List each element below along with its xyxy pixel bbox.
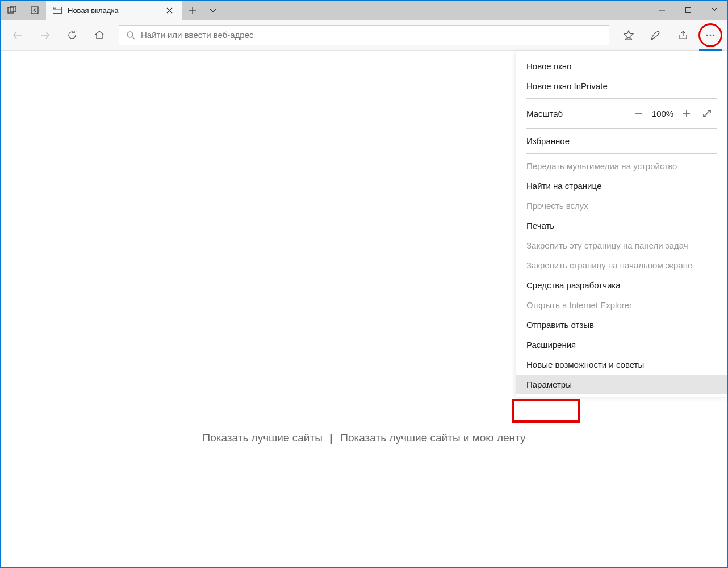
svg-rect-12: [686, 8, 691, 13]
menu-read-aloud: Прочесть вслух: [516, 196, 727, 216]
svg-line-18: [132, 37, 135, 39]
menu-extensions[interactable]: Расширения: [516, 335, 727, 355]
show-top-sites-and-feed-link[interactable]: Показать лучшие сайты и мою ленту: [340, 432, 525, 444]
svg-point-17: [127, 32, 133, 37]
zoom-value: 100%: [649, 109, 676, 119]
favorites-button[interactable]: [616, 23, 641, 48]
menu-whats-new[interactable]: Новые возможности и советы: [516, 355, 727, 375]
more-button[interactable]: [698, 23, 723, 48]
svg-point-6: [53, 8, 54, 9]
notes-button[interactable]: [643, 23, 668, 48]
tabs-menu-button[interactable]: [203, 1, 223, 20]
menu-pin-start: Закрепить страницу на начальном экране: [516, 255, 727, 275]
refresh-button[interactable]: [60, 23, 85, 48]
svg-point-25: [713, 34, 715, 36]
tab-page-icon: [53, 6, 62, 15]
maximize-button[interactable]: [675, 1, 701, 20]
show-tabs-aside-button[interactable]: [23, 1, 46, 20]
share-button[interactable]: [671, 23, 696, 48]
annotation-rectangle: [512, 399, 580, 423]
new-tab-options: Показать лучшие сайты | Показать лучшие …: [1, 432, 727, 444]
menu-divider: [526, 128, 717, 129]
close-window-button[interactable]: [701, 1, 727, 20]
titlebar-spacer: [223, 1, 649, 20]
menu-find[interactable]: Найти на странице: [516, 176, 727, 196]
menu-divider: [526, 153, 717, 154]
new-tab-button[interactable]: [182, 1, 203, 20]
tab-close-button[interactable]: [164, 7, 175, 14]
svg-line-29: [704, 110, 710, 117]
menu-settings[interactable]: Параметры: [516, 375, 727, 394]
settings-dropdown: Новое окно Новое окно InPrivate Масштаб …: [516, 51, 727, 397]
address-bar[interactable]: [119, 25, 609, 45]
titlebar: Новая вкладка: [1, 1, 727, 20]
svg-point-24: [710, 34, 712, 36]
window-controls: [649, 1, 727, 20]
menu-open-ie: Открыть в Internet Explorer: [516, 295, 727, 315]
address-input[interactable]: [141, 30, 602, 40]
page-content: Показать лучшие сайты | Показать лучшие …: [1, 51, 727, 568]
menu-favorites[interactable]: Избранное: [516, 131, 727, 151]
menu-print[interactable]: Печать: [516, 216, 727, 235]
menu-divider: [526, 98, 717, 99]
separator: |: [330, 432, 333, 444]
menu-zoom-row: Масштаб 100%: [516, 101, 727, 126]
browser-tab[interactable]: Новая вкладка: [46, 1, 182, 20]
home-button[interactable]: [87, 23, 112, 48]
zoom-in-button[interactable]: [676, 104, 697, 123]
toolbar: [1, 20, 727, 51]
menu-new-inprivate[interactable]: Новое окно InPrivate: [516, 76, 727, 96]
zoom-label: Масштаб: [526, 109, 629, 119]
tab-title: Новая вкладка: [68, 6, 158, 15]
zoom-out-button[interactable]: [629, 104, 649, 123]
show-top-sites-link[interactable]: Показать лучшие сайты: [203, 432, 323, 444]
menu-new-window[interactable]: Новое окно: [516, 56, 727, 76]
menu-pin-taskbar: Закрепить эту страницу на панели задач: [516, 235, 727, 255]
back-button[interactable]: [5, 23, 30, 48]
svg-rect-2: [31, 7, 38, 14]
titlebar-left: [1, 1, 46, 20]
svg-point-23: [706, 34, 708, 36]
menu-cast: Передать мультимедиа на устройство: [516, 156, 727, 176]
set-aside-tabs-button[interactable]: [1, 1, 23, 20]
forward-button[interactable]: [32, 23, 57, 48]
search-icon: [126, 31, 135, 40]
menu-feedback[interactable]: Отправить отзыв: [516, 315, 727, 335]
minimize-button[interactable]: [649, 1, 675, 20]
menu-devtools[interactable]: Средства разработчика: [516, 275, 727, 295]
svg-marker-19: [624, 31, 633, 39]
fullscreen-button[interactable]: [697, 104, 717, 123]
